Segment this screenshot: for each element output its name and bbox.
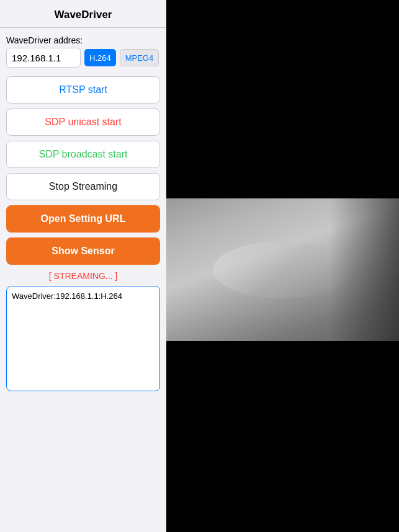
h264-codec-button[interactable]: H.264: [84, 49, 116, 66]
stop-streaming-button[interactable]: Stop Streaming: [6, 173, 160, 200]
camera-background: [166, 198, 399, 341]
video-bottom-black: [166, 341, 399, 532]
log-box: WaveDriver:192.168.1.1:H.264: [6, 286, 160, 391]
left-panel: WaveDriver WaveDriver addres: H.264 MPEG…: [0, 0, 166, 532]
app-title: WaveDriver: [0, 0, 166, 28]
show-sensor-button[interactable]: Show Sensor: [6, 237, 160, 265]
mpeg4-codec-button[interactable]: MPEG4: [120, 49, 159, 66]
video-feed: [166, 198, 399, 341]
buttons-section: RTSP start SDP unicast start SDP broadca…: [0, 73, 166, 268]
address-label: WaveDriver addres:: [6, 35, 160, 45]
log-content: WaveDriver:192.168.1.1:H.264: [12, 291, 122, 301]
sdp-broadcast-button[interactable]: SDP broadcast start: [6, 141, 160, 168]
video-top-black: [166, 0, 399, 198]
streaming-status: [ STREAMING... ]: [49, 268, 117, 283]
camera-dark-edge: [330, 198, 400, 341]
address-input[interactable]: [6, 48, 81, 68]
address-row: H.264 MPEG4: [6, 48, 160, 68]
sdp-unicast-button[interactable]: SDP unicast start: [6, 109, 160, 136]
right-panel: [166, 0, 399, 532]
rtsp-start-button[interactable]: RTSP start: [6, 76, 160, 104]
address-section: WaveDriver addres: H.264 MPEG4: [0, 28, 166, 73]
open-setting-url-button[interactable]: Open Setting URL: [6, 205, 160, 233]
